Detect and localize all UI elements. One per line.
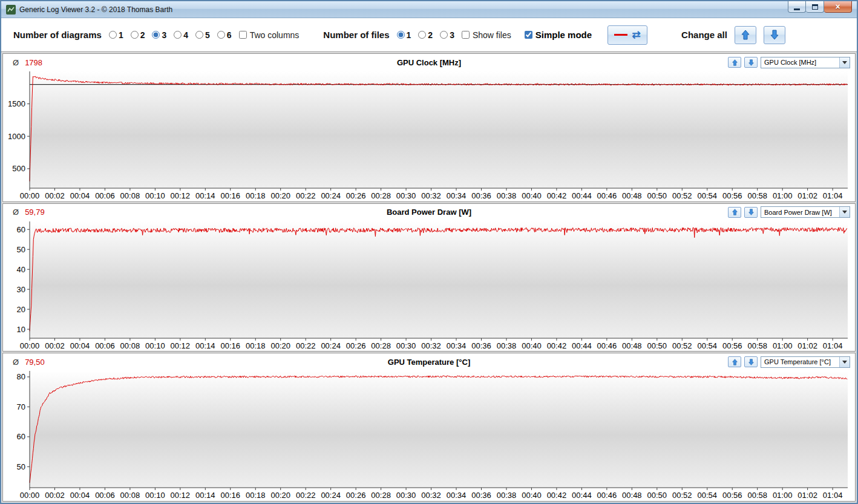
svg-text:00:58: 00:58	[747, 191, 767, 200]
svg-text:00:10: 00:10	[145, 491, 165, 500]
radio-diagrams-2[interactable]	[131, 31, 139, 39]
measurement-combobox[interactable]: GPU Temperature [°C]	[761, 356, 850, 368]
svg-text:00:02: 00:02	[45, 191, 65, 200]
average-symbol: Ø	[13, 208, 19, 217]
radio-files-1[interactable]	[397, 31, 405, 39]
svg-text:00:12: 00:12	[171, 191, 191, 200]
svg-text:00:28: 00:28	[371, 191, 391, 200]
svg-text:01:04: 01:04	[823, 491, 843, 500]
radio-diagrams-3[interactable]	[152, 31, 160, 39]
radio-files-3[interactable]	[440, 31, 448, 39]
combobox-dropdown-button[interactable]	[839, 357, 850, 367]
combobox-dropdown-button[interactable]	[839, 57, 850, 68]
svg-text:00:28: 00:28	[371, 341, 391, 350]
svg-text:00:56: 00:56	[722, 491, 742, 500]
radio-diagrams-1[interactable]	[109, 31, 117, 39]
svg-text:00:48: 00:48	[622, 191, 642, 200]
radio-diagrams-4[interactable]	[174, 31, 182, 39]
svg-text:00:14: 00:14	[195, 191, 215, 200]
radio-files-2[interactable]	[418, 31, 426, 39]
measurement-combobox[interactable]: GPU Clock [MHz]	[761, 57, 850, 68]
svg-text:00:22: 00:22	[296, 341, 316, 350]
average-readout: Ø 59,79	[13, 208, 45, 217]
svg-text:50: 50	[17, 462, 25, 471]
combobox-dropdown-button[interactable]	[839, 207, 850, 217]
svg-text:00:02: 00:02	[45, 341, 65, 350]
svg-text:00:12: 00:12	[171, 491, 191, 500]
svg-text:00:00: 00:00	[20, 491, 40, 500]
svg-text:00:38: 00:38	[497, 491, 517, 500]
svg-text:00:40: 00:40	[522, 341, 542, 350]
change-all-down-button[interactable]	[764, 26, 785, 44]
measurement-combobox-value: GPU Temperature [°C]	[764, 358, 839, 365]
minimize-icon	[794, 8, 800, 10]
line-color-refresh-button[interactable]: ⇄	[607, 25, 647, 45]
chevron-down-icon	[842, 61, 847, 64]
svg-text:00:26: 00:26	[346, 191, 366, 200]
svg-text:00:16: 00:16	[221, 491, 241, 500]
svg-text:00:56: 00:56	[722, 191, 742, 200]
two-columns-checkbox[interactable]	[239, 31, 247, 39]
radio-files-3-label: 3	[450, 30, 454, 40]
svg-text:00:24: 00:24	[321, 491, 341, 500]
radio-diagrams-5[interactable]	[195, 31, 203, 39]
minimize-button[interactable]	[788, 1, 806, 13]
svg-text:00:30: 00:30	[396, 341, 416, 350]
simple-mode-label: Simple mode	[535, 30, 592, 40]
svg-text:00:58: 00:58	[747, 341, 767, 350]
chart-plot: 5060708000:0000:0200:0400:0600:0800:1000…	[3, 368, 855, 501]
chart-header: Ø 79,50 GPU Temperature [°C] GPU Tempera…	[3, 353, 855, 368]
svg-text:60: 60	[17, 224, 25, 234]
svg-text:40: 40	[17, 264, 25, 273]
change-all-label: Change all	[681, 30, 727, 40]
radio-diagrams-5-label: 5	[205, 30, 210, 40]
chart-plot: 5001000150000:0000:0200:0400:0600:0800:1…	[3, 69, 855, 201]
chart-header: Ø 1798 GPU Clock [MHz] GPU Clock [MHz]	[3, 54, 855, 69]
measurement-combobox[interactable]: Board Power Draw [W]	[761, 206, 850, 218]
panel-down-button[interactable]	[744, 207, 758, 218]
close-button[interactable]: ×	[824, 1, 852, 13]
svg-text:00:54: 00:54	[697, 191, 717, 200]
radio-files-1-label: 1	[407, 30, 411, 40]
two-columns-checkbox-row: Two columns	[239, 30, 300, 40]
svg-text:00:50: 00:50	[647, 191, 667, 200]
chart-panel-gpu-temperature: Ø 79,50 GPU Temperature [°C] GPU Tempera…	[2, 353, 856, 502]
arrow-up-icon	[732, 359, 738, 365]
svg-text:00:36: 00:36	[471, 191, 491, 200]
simple-mode-checkbox[interactable]	[525, 31, 532, 39]
chart-title: Board Power Draw [W]	[3, 208, 855, 217]
panel-down-button[interactable]	[744, 57, 758, 68]
toolbar: Number of diagrams 1 2 3 4 5 6 Two colum…	[1, 18, 857, 52]
svg-text:01:04: 01:04	[823, 341, 843, 350]
chevron-down-icon	[842, 361, 847, 364]
show-files-label: Show files	[473, 30, 511, 40]
panel-down-button[interactable]	[744, 356, 758, 367]
svg-text:60: 60	[17, 433, 25, 442]
app-icon	[6, 5, 16, 15]
svg-text:00:18: 00:18	[246, 341, 266, 350]
diagrams-label: Number of diagrams	[13, 30, 102, 40]
svg-text:00:48: 00:48	[622, 341, 642, 350]
chart-panel-gpu-clock: Ø 1798 GPU Clock [MHz] GPU Clock [MHz] 5…	[2, 53, 856, 202]
radio-diagrams-6[interactable]	[217, 31, 225, 39]
svg-text:00:18: 00:18	[246, 191, 266, 200]
panel-up-button[interactable]	[728, 207, 741, 218]
chart-controls: GPU Temperature [°C]	[728, 356, 850, 368]
panel-up-button[interactable]	[728, 356, 741, 367]
svg-text:00:44: 00:44	[572, 191, 592, 200]
charts-area: Ø 1798 GPU Clock [MHz] GPU Clock [MHz] 5…	[1, 52, 857, 503]
maximize-button[interactable]	[806, 1, 824, 13]
svg-text:00:42: 00:42	[547, 191, 567, 200]
average-readout: Ø 79,50	[13, 358, 45, 367]
change-all-up-button[interactable]	[735, 26, 756, 44]
svg-text:00:26: 00:26	[346, 341, 366, 350]
chart-controls: GPU Clock [MHz]	[728, 57, 850, 68]
svg-text:01:02: 01:02	[797, 341, 817, 350]
arrow-down-icon	[748, 59, 754, 66]
svg-text:00:52: 00:52	[672, 191, 692, 200]
panel-up-button[interactable]	[728, 57, 741, 68]
files-label: Number of files	[323, 30, 389, 40]
radio-files-2-label: 2	[428, 30, 433, 40]
svg-text:00:18: 00:18	[246, 491, 266, 500]
show-files-checkbox[interactable]	[462, 31, 470, 39]
